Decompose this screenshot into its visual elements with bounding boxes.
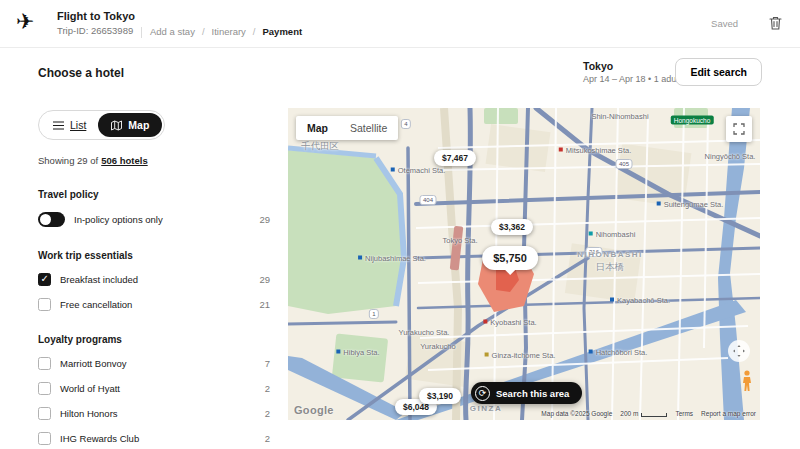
travel-policy-title: Travel policy — [38, 189, 270, 200]
fullscreen-icon — [733, 123, 745, 135]
map-scale-bar — [641, 413, 667, 417]
breakfast-count: 29 — [259, 274, 270, 285]
filter-row-hilton: Hilton Honors 2 — [38, 407, 270, 420]
filter-row-hyatt: World of Hyatt 2 — [38, 382, 270, 395]
hotel-price-marker[interactable]: $3,362 — [491, 219, 533, 235]
fullscreen-button[interactable] — [726, 116, 752, 142]
map-view-label: Map — [128, 119, 149, 131]
hotel-price-marker-selected[interactable]: $5,750 — [482, 246, 538, 270]
free-cancellation-count: 21 — [259, 299, 270, 310]
free-cancellation-label: Free cancellation — [60, 299, 259, 310]
map-type-control: Map Satellite — [296, 116, 398, 140]
map-label-hatchobori: Hatchōbori Sta. — [589, 348, 648, 357]
pan-arrows-icon — [733, 345, 745, 357]
search-date-summary: Apr 14 – Apr 18 • 1 adult — [583, 74, 681, 84]
hyatt-count: 2 — [265, 383, 270, 394]
map-type-satellite-button[interactable]: Satellite — [339, 116, 398, 140]
breadcrumb-itinerary[interactable]: Itinerary — [212, 26, 263, 37]
hilton-label: Hilton Honors — [60, 408, 265, 419]
hilton-count: 2 — [265, 408, 270, 419]
hilton-checkbox[interactable] — [38, 407, 51, 420]
map-label-otemachi: Otemachi Sta. — [391, 166, 446, 175]
search-destination: Tokyo — [583, 60, 613, 72]
breadcrumb-add-a-stay[interactable]: Add a stay — [150, 26, 212, 37]
loyalty-programs-title: Loyalty programs — [38, 334, 270, 345]
map-scale: 200 m — [620, 410, 667, 417]
map-label-nihonbashi-area: NIHONBASHI — [577, 250, 643, 259]
map-icon — [111, 120, 122, 131]
breakfast-checkbox[interactable] — [38, 273, 51, 286]
results-count-prefix: Showing 29 of — [38, 155, 98, 166]
map-label-kyobashi: Kyobashi Sta. — [483, 318, 536, 327]
breadcrumb: Add a stay Itinerary Payment — [150, 26, 302, 37]
free-cancellation-checkbox[interactable] — [38, 298, 51, 311]
list-view-button[interactable]: List — [41, 114, 98, 136]
map-label-nijubashimae: Nijubashimae Sta. — [358, 254, 426, 263]
map-label-tokyo-sta: Tokyo Sta. — [442, 236, 477, 245]
map-label-hongokucho: Hongokucho — [671, 116, 714, 125]
map-canvas[interactable]: 4 404 405 316 1 Chiyoda City 千代田区 Otemac… — [288, 108, 760, 420]
refresh-icon: ⟳ — [475, 386, 490, 401]
hyatt-checkbox[interactable] — [38, 382, 51, 395]
pan-control[interactable] — [728, 340, 750, 362]
in-policy-label: In-policy options only — [74, 214, 259, 225]
hotel-price-marker[interactable]: $3,190 — [419, 388, 461, 404]
map-type-map-button[interactable]: Map — [296, 116, 339, 140]
view-toggle: List Map — [38, 110, 165, 140]
trip-id: Trip-ID: 26653989 — [57, 25, 133, 36]
map-view-button[interactable]: Map — [98, 113, 162, 137]
in-policy-toggle[interactable] — [38, 212, 65, 227]
pegman-icon[interactable] — [741, 370, 753, 396]
ihg-label: IHG Rewards Club — [60, 433, 265, 444]
terms-link[interactable]: Terms — [675, 410, 693, 417]
map-label-yurakucho-sta: Yurakucho Sta. — [399, 328, 450, 337]
trash-icon[interactable] — [768, 15, 784, 31]
page-title: Choose a hotel — [38, 66, 124, 80]
map-label-nihonbashi-jp: 日本橋 — [596, 261, 625, 274]
map-scale-label: 200 m — [620, 410, 638, 417]
marriott-checkbox[interactable] — [38, 357, 51, 370]
list-view-label: List — [70, 119, 86, 131]
top-bar: ✈ Flight to Tokyo Trip-ID: 26653989 Add … — [0, 0, 800, 48]
map-label-nihombashi-sta: Nihombashi — [589, 230, 636, 239]
header-divider — [141, 27, 142, 38]
in-policy-filter-row: In-policy options only 29 — [38, 212, 270, 227]
in-policy-count: 29 — [259, 214, 270, 225]
filter-row-breakfast: Breakfast included 29 — [38, 273, 270, 286]
list-icon — [53, 121, 64, 130]
map-data-credit: Map data ©2025 Google — [541, 410, 612, 417]
breakfast-label: Breakfast included — [60, 274, 259, 285]
map-label-yurakucho: Yurakucho — [420, 342, 455, 351]
marriott-count: 7 — [265, 358, 270, 369]
map-label-kayabacho: Kayabachō Sta. — [610, 296, 670, 305]
saved-status: Saved — [711, 18, 738, 29]
report-map-error-link[interactable]: Report a map error — [701, 410, 756, 417]
marriott-label: Marriott Bonvoy — [60, 358, 265, 369]
map-label-suitengumae: Suitengūmae Sta. — [657, 200, 724, 209]
search-this-area-label: Search this area — [496, 388, 569, 399]
trip-title: Flight to Tokyo — [57, 10, 135, 22]
results-count: Showing 29 of506 hotels — [38, 155, 270, 166]
ihg-count: 2 — [265, 433, 270, 444]
brand-plane-icon: ✈ — [16, 9, 34, 35]
hyatt-label: World of Hyatt — [60, 383, 265, 394]
breadcrumb-payment[interactable]: Payment — [263, 26, 303, 37]
google-logo: Google — [294, 404, 334, 416]
search-this-area-button[interactable]: ⟳ Search this area — [471, 382, 582, 404]
map-label-ningyocho: Ningyōchō Sta. — [705, 152, 756, 161]
map-attribution: Map data ©2025 Google 200 m Terms Report… — [541, 410, 756, 417]
route-shield: 1 — [369, 309, 379, 319]
results-count-link[interactable]: 506 hotels — [101, 155, 147, 166]
map-label-ginza-itchome: Ginza-itchome Sta. — [485, 351, 556, 360]
map-label-chiyoda-jp: 千代田区 — [301, 140, 339, 153]
edit-search-button[interactable]: Edit search — [675, 58, 762, 86]
map-label-ginza: GINZA — [470, 404, 502, 413]
map-label-shin-nihombashi: Shin-Nihombashi — [591, 112, 648, 121]
filter-row-marriott: Marriott Bonvoy 7 — [38, 357, 270, 370]
filter-row-ihg: IHG Rewards Club 2 — [38, 432, 270, 445]
ihg-checkbox[interactable] — [38, 432, 51, 445]
filter-row-free-cancellation: Free cancellation 21 — [38, 298, 270, 311]
hotel-price-marker[interactable]: $7,467 — [434, 150, 476, 166]
route-shield: 404 — [419, 195, 436, 205]
map-label-hibiya: Hibiya Sta. — [336, 348, 379, 357]
